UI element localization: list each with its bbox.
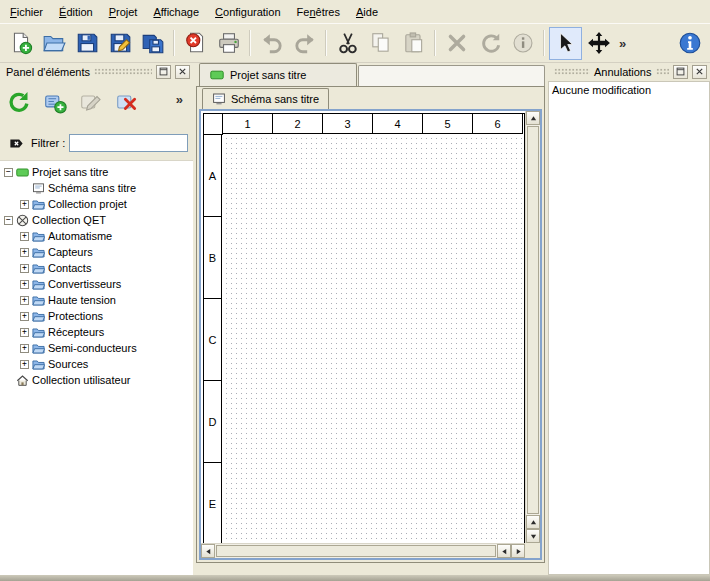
scroll-left-button[interactable] bbox=[201, 544, 215, 558]
paste-button[interactable] bbox=[397, 27, 430, 60]
collapse-icon[interactable]: − bbox=[4, 168, 13, 177]
menu-aide[interactable]: Aide bbox=[348, 3, 386, 21]
folder-icon bbox=[32, 230, 45, 243]
new-document-icon bbox=[9, 31, 33, 55]
tree-item-label: Convertisseurs bbox=[48, 278, 121, 290]
delete-element-button[interactable] bbox=[112, 87, 142, 117]
expand-icon[interactable]: + bbox=[20, 248, 29, 257]
undo-button[interactable] bbox=[255, 27, 288, 60]
expand-icon[interactable]: + bbox=[20, 312, 29, 321]
close-file-button[interactable] bbox=[179, 27, 212, 60]
tree-item-convertisseurs[interactable]: +Convertisseurs bbox=[0, 276, 193, 292]
vertical-scrollbar-thumb[interactable] bbox=[527, 126, 539, 514]
tree-item-capteurs[interactable]: +Capteurs bbox=[0, 244, 193, 260]
move-tool-button[interactable] bbox=[582, 27, 615, 60]
filter-input[interactable] bbox=[69, 134, 188, 152]
dock-grip[interactable] bbox=[554, 68, 590, 75]
tree-item-collection-utilisateur[interactable]: Collection utilisateur bbox=[0, 372, 193, 388]
elements-panel-toolbar: » bbox=[0, 81, 193, 123]
tree-item-sources[interactable]: +Sources bbox=[0, 356, 193, 372]
edit-element-button[interactable] bbox=[76, 87, 106, 117]
selection-arrow-button[interactable] bbox=[549, 27, 582, 60]
undo-panel-titlebar[interactable]: Annulations bbox=[548, 62, 710, 81]
tree-item-collection-projet[interactable]: +Collection projet bbox=[0, 196, 193, 212]
arrow-left-icon bbox=[501, 548, 508, 555]
scroll-right-button[interactable] bbox=[511, 544, 525, 558]
tree-item-recepteurs[interactable]: +Récepteurs bbox=[0, 324, 193, 340]
tab-project-sans-titre[interactable]: Projet sans titre bbox=[199, 63, 357, 86]
schema-tab-label: Schéma sans titre bbox=[231, 93, 319, 105]
float-panel-button[interactable] bbox=[156, 65, 171, 79]
tree-item-automatisme[interactable]: +Automatisme bbox=[0, 228, 193, 244]
tree-item-semi-conducteurs[interactable]: +Semi-conducteurs bbox=[0, 340, 193, 356]
save-as-button[interactable] bbox=[103, 27, 136, 60]
new-element-button[interactable] bbox=[40, 87, 70, 117]
new-document-button[interactable] bbox=[4, 27, 37, 60]
menu-edition[interactable]: Édition bbox=[51, 3, 101, 21]
tree-item-collection-qet[interactable]: −Collection QET bbox=[0, 212, 193, 228]
expand-icon[interactable]: + bbox=[20, 328, 29, 337]
tree-item-contacts[interactable]: +Contacts bbox=[0, 260, 193, 276]
dock-grip[interactable] bbox=[656, 68, 670, 75]
open-file-button[interactable] bbox=[37, 27, 70, 60]
menu-projet[interactable]: Projet bbox=[101, 3, 146, 21]
menu-fichier[interactable]: Fichier bbox=[2, 3, 51, 21]
save-all-button[interactable] bbox=[136, 27, 169, 60]
qelectrotech-window: FichierÉditionProjetAffichageConfigurati… bbox=[0, 0, 710, 581]
print-icon bbox=[217, 31, 241, 55]
folder-icon bbox=[32, 294, 45, 307]
expand-icon[interactable]: + bbox=[20, 200, 29, 209]
project-icon bbox=[210, 68, 224, 82]
vertical-scrollbar[interactable] bbox=[525, 111, 540, 543]
print-button[interactable] bbox=[212, 27, 245, 60]
expand-icon[interactable]: + bbox=[20, 360, 29, 369]
dock-grip[interactable] bbox=[94, 68, 152, 75]
diagram-canvas[interactable]: 123456 ABCDE bbox=[201, 111, 525, 543]
elements-panel-titlebar[interactable]: Panel d'éléments bbox=[0, 62, 193, 81]
about-button[interactable] bbox=[673, 27, 706, 60]
scroll-up-button[interactable] bbox=[526, 111, 540, 125]
delete-button[interactable] bbox=[440, 27, 473, 60]
elements-toolbar-overflow-chevron[interactable]: » bbox=[172, 92, 187, 107]
rotate-button[interactable] bbox=[473, 27, 506, 60]
scroll-up-button-2[interactable] bbox=[526, 515, 540, 529]
tree-item-label: Haute tension bbox=[48, 294, 116, 306]
save-button[interactable] bbox=[70, 27, 103, 60]
horizontal-scrollbar-thumb[interactable] bbox=[216, 545, 496, 557]
project-workspace: Schéma sans titre 123456 ABCDE bbox=[196, 86, 545, 563]
undo-list[interactable]: Aucune modification bbox=[548, 81, 710, 575]
undo-empty-text: Aucune modification bbox=[552, 84, 651, 96]
project-tabbar: Projet sans titre bbox=[196, 62, 545, 86]
tree-item-projet-sans-titre[interactable]: −Projet sans titre bbox=[0, 164, 193, 180]
cut-icon bbox=[336, 31, 360, 55]
expand-icon[interactable]: + bbox=[20, 296, 29, 305]
tree-item-schema-sans-titre[interactable]: Schéma sans titre bbox=[0, 180, 193, 196]
delete-icon bbox=[445, 31, 469, 55]
expand-icon[interactable]: + bbox=[20, 344, 29, 353]
clear-filter-button[interactable] bbox=[5, 134, 27, 152]
cut-button[interactable] bbox=[331, 27, 364, 60]
horizontal-scrollbar[interactable] bbox=[201, 543, 525, 558]
collapse-icon[interactable]: − bbox=[4, 216, 13, 225]
float-icon bbox=[676, 67, 685, 76]
copy-button[interactable] bbox=[364, 27, 397, 60]
float-panel-button[interactable] bbox=[673, 65, 688, 79]
tab-schema-sans-titre[interactable]: Schéma sans titre bbox=[202, 88, 329, 109]
scroll-down-button[interactable] bbox=[526, 529, 540, 543]
expand-icon[interactable]: + bbox=[20, 264, 29, 273]
close-panel-button[interactable] bbox=[692, 65, 707, 79]
menu-fenetres[interactable]: Fenêtres bbox=[289, 3, 348, 21]
menu-affichage[interactable]: Affichage bbox=[145, 3, 207, 21]
redo-button[interactable] bbox=[288, 27, 321, 60]
scroll-left-button-2[interactable] bbox=[497, 544, 511, 558]
info-button[interactable] bbox=[506, 27, 539, 60]
column-header-5: 5 bbox=[423, 114, 473, 134]
tree-item-haute-tension[interactable]: +Haute tension bbox=[0, 292, 193, 308]
menu-configuration[interactable]: Configuration bbox=[207, 3, 288, 21]
tree-item-protections[interactable]: +Protections bbox=[0, 308, 193, 324]
expand-icon[interactable]: + bbox=[20, 280, 29, 289]
close-panel-button[interactable] bbox=[175, 65, 190, 79]
toolbar-overflow-chevron[interactable]: » bbox=[615, 36, 630, 51]
reload-button[interactable] bbox=[4, 87, 34, 117]
expand-icon[interactable]: + bbox=[20, 232, 29, 241]
